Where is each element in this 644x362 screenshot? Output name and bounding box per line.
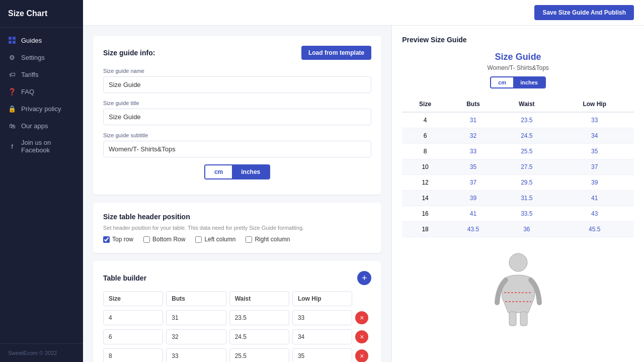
preview-cell-5-0: 14 (402, 191, 448, 206)
preview-cell-4-1: 37 (448, 175, 498, 191)
preview-table-row: 1843.53645.5 (402, 222, 634, 237)
preview-cell-1-3: 34 (555, 128, 634, 144)
add-row-button[interactable]: + (357, 271, 371, 285)
preview-cell-6-3: 43 (555, 206, 634, 222)
preview-column-header: Size (402, 97, 448, 112)
remove-row-1-button[interactable]: × (355, 330, 368, 343)
sidebar-item-apps[interactable]: 🛍 Our apps (0, 117, 83, 134)
name-label: Size guide name (103, 68, 371, 74)
mannequin-container (402, 247, 634, 333)
table-builder-card: Table builder + ×××××× (93, 261, 381, 362)
left-col-checkbox-label[interactable]: Left column (195, 236, 235, 243)
top-row-checkbox-label[interactable]: Top row (103, 236, 133, 243)
row-2-col-3-input[interactable] (292, 348, 352, 362)
preview-cell-4-0: 12 (402, 175, 448, 191)
app-title: Size Chart (0, 0, 83, 28)
preview-cell-6-2: 33.5 (498, 206, 555, 222)
table-row: × (103, 310, 371, 325)
preview-cell-2-3: 35 (555, 144, 634, 159)
sidebar-nav: Guides ⚙ Settings 🏷 Tariffs ❓ FAQ 🔒 Priv… (0, 28, 83, 343)
header-waist-input[interactable] (229, 291, 289, 306)
cm-toggle-button[interactable]: cm (205, 165, 232, 178)
table-rows-container: ×××××× (103, 310, 371, 362)
sidebar-item-guides[interactable]: Guides (0, 32, 83, 49)
preview-inches-button[interactable]: inches (513, 77, 545, 87)
preview-table-row: 164133.543 (402, 206, 634, 222)
inches-toggle-button[interactable]: inches (232, 165, 269, 178)
guides-icon (8, 36, 16, 44)
save-publish-button[interactable]: Save Size Guide And Publish (534, 5, 634, 20)
preview-table-row: 63224.534 (402, 128, 634, 144)
name-input[interactable] (103, 76, 371, 93)
subtitle-group: Size guide subtitle (103, 132, 371, 157)
row-0-col-1-input[interactable] (166, 310, 226, 325)
sidebar-item-facebook[interactable]: f Join us on Facebook (0, 134, 83, 158)
sidebar-item-privacy[interactable]: 🔒 Privacy policy (0, 100, 83, 117)
checkbox-row: Top row Bottom Row Left column Right col… (103, 236, 371, 243)
preview-table: SizeButsWaistLow Hip 43123.53363224.5348… (402, 97, 634, 237)
row-1-col-0-input[interactable] (103, 329, 163, 344)
title-input[interactable] (103, 109, 371, 125)
row-2-col-0-input[interactable] (103, 348, 163, 362)
sidebar-footer: SweetEcom © 2022 (0, 343, 83, 362)
load-template-button[interactable]: Load from template (301, 46, 371, 60)
preview-cell-1-0: 6 (402, 128, 448, 144)
size-guide-info-card: Size guide info: Load from template Size… (93, 36, 381, 195)
form-panel: Size guide info: Load from template Size… (83, 26, 391, 362)
table-header-row (103, 291, 371, 306)
header-size-input[interactable] (103, 291, 163, 306)
preview-cell-7-0: 18 (402, 222, 448, 237)
right-col-checkbox[interactable] (246, 236, 252, 243)
preview-column-header: Waist (498, 97, 555, 112)
sidebar-item-faq[interactable]: ❓ FAQ (0, 83, 83, 100)
row-0-col-0-input[interactable] (103, 310, 163, 325)
remove-row-2-button[interactable]: × (355, 349, 368, 362)
privacy-icon: 🔒 (8, 105, 16, 113)
header-pos-hint: Set header position for your table. This… (103, 225, 371, 231)
bottom-row-checkbox[interactable] (143, 236, 150, 243)
right-col-checkbox-label[interactable]: Right column (246, 236, 290, 243)
row-2-col-1-input[interactable] (166, 348, 226, 362)
facebook-icon: f (8, 142, 16, 150)
name-group: Size guide name (103, 68, 371, 93)
preview-cell-4-2: 29.5 (498, 175, 555, 191)
sidebar-item-settings[interactable]: ⚙ Settings (0, 49, 83, 66)
preview-cell-1-1: 32 (448, 128, 498, 144)
row-0-col-3-input[interactable] (292, 310, 352, 325)
top-row-label: Top row (112, 236, 133, 243)
preview-cell-0-1: 31 (448, 112, 498, 128)
preview-cell-2-0: 8 (402, 144, 448, 159)
preview-table-row: 123729.539 (402, 175, 634, 191)
svg-point-0 (509, 253, 527, 272)
preview-cell-0-3: 33 (555, 112, 634, 128)
preview-toggle: cm inches (402, 76, 634, 88)
preview-cell-5-1: 39 (448, 191, 498, 206)
subtitle-input[interactable] (103, 141, 371, 157)
preview-cell-5-2: 31.5 (498, 191, 555, 206)
row-1-col-1-input[interactable] (166, 329, 226, 344)
left-col-checkbox[interactable] (195, 236, 202, 243)
row-0-col-2-input[interactable] (229, 310, 289, 325)
header-buts-input[interactable] (166, 291, 226, 306)
top-bar: Save Size Guide And Publish (83, 0, 644, 26)
bottom-row-checkbox-label[interactable]: Bottom Row (143, 236, 185, 243)
row-1-col-2-input[interactable] (229, 329, 289, 344)
remove-row-0-button[interactable]: × (355, 311, 368, 324)
preview-subtitle: Women/T- Shirts&Tops (402, 64, 634, 71)
row-1-col-3-input[interactable] (292, 329, 352, 344)
preview-cell-6-1: 41 (448, 206, 498, 222)
preview-cm-button[interactable]: cm (491, 77, 513, 87)
svg-rect-3 (509, 312, 516, 326)
title-group: Size guide title (103, 100, 371, 125)
table-builder-header: Table builder + (103, 271, 371, 285)
right-col-label: Right column (255, 236, 290, 243)
sidebar-item-tariffs[interactable]: 🏷 Tariffs (0, 66, 83, 83)
main-area: Save Size Guide And Publish Size guide i… (83, 0, 644, 362)
sidebar: Size Chart Guides ⚙ Settings 🏷 Tariffs ❓… (0, 0, 83, 362)
row-2-col-2-input[interactable] (229, 348, 289, 362)
header-lowhip-input[interactable] (292, 291, 352, 306)
top-row-checkbox[interactable] (103, 236, 110, 243)
subtitle-label: Size guide subtitle (103, 132, 371, 138)
preview-cell-7-1: 43.5 (448, 222, 498, 237)
header-pos-title: Size table header position (103, 213, 371, 221)
